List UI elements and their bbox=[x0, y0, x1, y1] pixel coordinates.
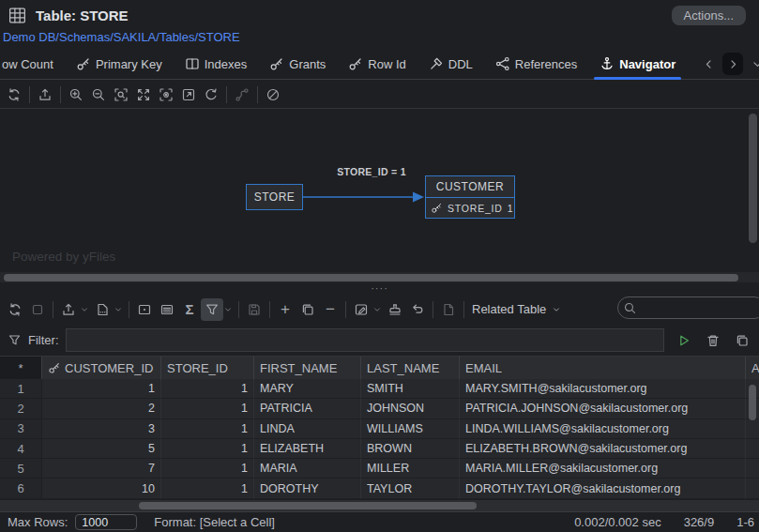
save-data-button[interactable] bbox=[243, 298, 266, 321]
results-search-input[interactable] bbox=[617, 296, 759, 319]
tabs-scroll-right-button[interactable] bbox=[722, 53, 743, 75]
tab-navigator[interactable]: Navigator bbox=[600, 49, 676, 79]
cancel-execution-button[interactable] bbox=[26, 298, 49, 321]
cell-last-name[interactable]: SMITH bbox=[361, 379, 460, 399]
table-row[interactable]: 3 3 1 LINDA WILLIAMS LINDA.WILLIAMS@saki… bbox=[0, 419, 759, 439]
tab-references[interactable]: References bbox=[495, 49, 577, 79]
table-row[interactable]: 4 5 1 ELIZABETH BROWN ELIZABETH.BROWN@sa… bbox=[0, 439, 759, 459]
diagram-vertical-scrollbar[interactable] bbox=[749, 114, 757, 243]
tab-indexes[interactable]: Indexes bbox=[185, 49, 248, 79]
cell-store-id[interactable]: 1 bbox=[161, 419, 254, 439]
zoom-out-button[interactable] bbox=[87, 84, 110, 106]
cell-email[interactable]: DOROTHY.TAYLOR@sakilacustomer.org bbox=[460, 479, 746, 498]
cell-overflow[interactable] bbox=[746, 439, 759, 459]
edge-routing-button[interactable] bbox=[231, 84, 253, 106]
formats-dropdown-chevron[interactable] bbox=[114, 298, 123, 321]
cell-customer-id[interactable]: 10 bbox=[42, 479, 161, 498]
cell-customer-id[interactable]: 1 bbox=[42, 379, 161, 399]
zoom-to-selection-button[interactable] bbox=[110, 84, 132, 106]
tab-row-count[interactable]: ow Count bbox=[2, 49, 53, 79]
filters-button[interactable] bbox=[201, 298, 223, 321]
original-size-button[interactable] bbox=[155, 84, 177, 106]
diagram-export-button[interactable] bbox=[34, 84, 56, 106]
cell-customer-id[interactable]: 2 bbox=[42, 399, 161, 418]
cell-overflow[interactable] bbox=[746, 479, 759, 498]
column-header-email[interactable]: EMAIL bbox=[460, 357, 746, 379]
cell-email[interactable]: LINDA.WILLIAMS@sakilacustomer.org bbox=[460, 419, 746, 439]
cell-last-name[interactable]: WILLIAMS bbox=[361, 419, 460, 439]
diagram-refresh-button[interactable] bbox=[3, 84, 25, 106]
cell-last-name[interactable]: MILLER bbox=[361, 459, 460, 479]
cell-store-id[interactable]: 1 bbox=[161, 379, 254, 399]
export-data-button[interactable] bbox=[57, 298, 80, 321]
tabs-overflow-menu-button[interactable] bbox=[747, 53, 759, 75]
edit-dropdown-chevron[interactable] bbox=[372, 298, 382, 321]
value-view-button[interactable] bbox=[133, 298, 156, 321]
navigation-mode-button[interactable] bbox=[262, 84, 284, 106]
calc-panel-button[interactable]: Σ bbox=[178, 298, 201, 321]
filter-input[interactable] bbox=[66, 328, 665, 352]
zoom-in-button[interactable] bbox=[65, 84, 87, 106]
fit-to-window-button[interactable] bbox=[132, 84, 155, 106]
cell-email[interactable]: ELIZABETH.BROWN@sakilacustomer.org bbox=[460, 439, 746, 459]
row-number[interactable]: 6 bbox=[0, 479, 42, 498]
diagram-node-customer[interactable]: CUSTOMER STORE_ID 1 bbox=[425, 175, 515, 219]
open-in-viewer-button[interactable] bbox=[177, 84, 200, 106]
tab-row-id[interactable]: Row Id bbox=[348, 49, 405, 79]
save-filter-button[interactable] bbox=[731, 329, 753, 352]
table-row[interactable]: 6 10 1 DOROTHY TAYLOR DOROTHY.TAYLOR@sak… bbox=[0, 479, 759, 498]
reset-view-button[interactable] bbox=[200, 84, 222, 106]
row-number[interactable]: 1 bbox=[0, 379, 42, 399]
cell-first-name[interactable]: MARIA bbox=[254, 459, 361, 479]
cell-first-name[interactable]: LINDA bbox=[254, 419, 361, 439]
clear-filter-button[interactable] bbox=[702, 329, 724, 352]
row-number[interactable]: 5 bbox=[0, 459, 42, 479]
tab-grants[interactable]: Grants bbox=[269, 49, 326, 79]
cell-store-id[interactable]: 1 bbox=[161, 459, 254, 479]
diagram-horizontal-scrollbar[interactable] bbox=[0, 272, 759, 282]
actions-button[interactable]: Actions... bbox=[672, 6, 746, 25]
results-refresh-button[interactable] bbox=[4, 298, 26, 321]
column-header-first-name[interactable]: FIRST_NAME bbox=[254, 357, 361, 379]
column-header-overflow[interactable]: A bbox=[746, 357, 759, 379]
add-row-button[interactable]: + bbox=[274, 298, 296, 321]
cell-email[interactable]: MARIA.MILLER@sakilacustomer.org bbox=[460, 459, 746, 479]
column-header-last-name[interactable]: LAST_NAME bbox=[361, 357, 460, 379]
cell-customer-id[interactable]: 7 bbox=[42, 459, 161, 479]
edit-cell-button[interactable] bbox=[350, 298, 372, 321]
row-number[interactable]: 3 bbox=[0, 419, 42, 439]
generate-script-button[interactable] bbox=[437, 298, 460, 321]
grid-vertical-scrollbar[interactable] bbox=[749, 385, 756, 420]
panel-splitter[interactable]: ···· bbox=[0, 282, 759, 294]
delete-row-button[interactable]: − bbox=[319, 298, 342, 321]
export-dropdown-chevron[interactable] bbox=[80, 298, 89, 321]
cell-email[interactable]: MARY.SMITH@sakilacustomer.org bbox=[460, 379, 746, 399]
data-formats-button[interactable] bbox=[91, 298, 114, 321]
table-row[interactable]: 2 2 1 PATRICIA JOHNSON PATRICIA.JOHNSON@… bbox=[0, 399, 759, 418]
cell-last-name[interactable]: TAYLOR bbox=[361, 479, 460, 498]
tab-primary-key[interactable]: Primary Key bbox=[76, 49, 162, 79]
cell-first-name[interactable]: DOROTHY bbox=[254, 479, 361, 498]
cell-first-name[interactable]: PATRICIA bbox=[254, 399, 361, 418]
row-number[interactable]: 4 bbox=[0, 439, 42, 459]
max-rows-input[interactable] bbox=[75, 514, 137, 530]
cell-overflow[interactable] bbox=[746, 419, 759, 439]
cell-store-id[interactable]: 1 bbox=[161, 439, 254, 459]
scrollbar-thumb[interactable] bbox=[139, 502, 477, 509]
cell-customer-id[interactable]: 5 bbox=[42, 439, 161, 459]
corner-header-cell[interactable]: * bbox=[0, 357, 42, 379]
cell-last-name[interactable]: JOHNSON bbox=[361, 399, 460, 418]
breadcrumb[interactable]: Demo DB/Schemas/SAKILA/Tables/STORE bbox=[0, 26, 759, 44]
revert-changes-button[interactable] bbox=[406, 298, 429, 321]
table-row[interactable]: 5 7 1 MARIA MILLER MARIA.MILLER@sakilacu… bbox=[0, 459, 759, 479]
record-mode-button[interactable] bbox=[156, 298, 178, 321]
row-number[interactable]: 2 bbox=[0, 399, 42, 418]
scrollbar-thumb[interactable] bbox=[4, 274, 738, 281]
table-row[interactable]: 1 1 1 MARY SMITH MARY.SMITH@sakilacustom… bbox=[0, 379, 759, 399]
tabs-scroll-left-button[interactable] bbox=[698, 53, 719, 75]
tab-ddl[interactable]: DDL bbox=[429, 49, 473, 79]
grid-horizontal-scrollbar[interactable] bbox=[0, 500, 759, 511]
cell-first-name[interactable]: MARY bbox=[254, 379, 361, 399]
related-table-dropdown[interactable]: Related Table bbox=[468, 302, 565, 316]
cell-overflow[interactable] bbox=[746, 459, 759, 479]
